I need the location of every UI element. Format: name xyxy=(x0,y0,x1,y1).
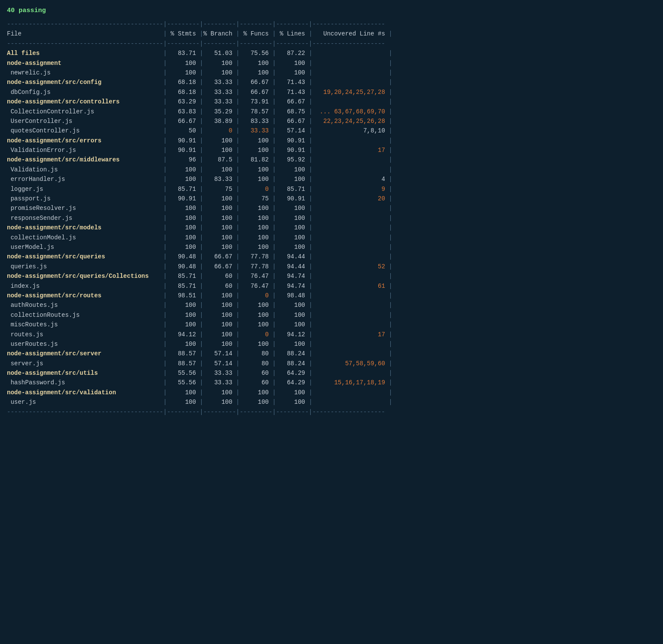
passing-label: 40 passing xyxy=(7,7,656,14)
coverage-output: ----------------------------------------… xyxy=(7,19,656,417)
